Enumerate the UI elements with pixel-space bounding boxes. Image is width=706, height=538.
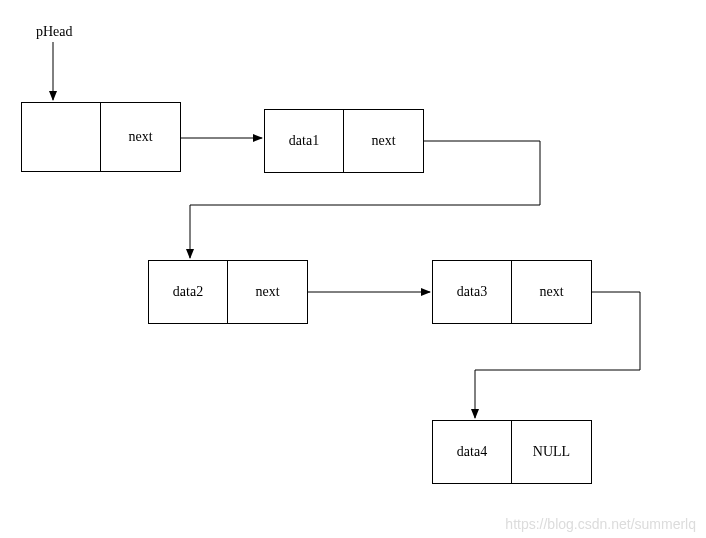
arrows-layer — [0, 0, 706, 538]
node-1-next: next — [344, 110, 423, 172]
head-pointer-label: pHead — [36, 24, 73, 40]
watermark-text: https://blog.csdn.net/summerlq — [505, 516, 696, 532]
node-1: data1 next — [264, 109, 424, 173]
node-3-next: next — [512, 261, 591, 323]
node-head: next — [21, 102, 181, 172]
node-4: data4 NULL — [432, 420, 592, 484]
node-2-data: data2 — [149, 261, 228, 323]
node-2-next: next — [228, 261, 307, 323]
node-3-data: data3 — [433, 261, 512, 323]
node-head-data — [22, 103, 101, 171]
node-4-data: data4 — [433, 421, 512, 483]
node-3: data3 next — [432, 260, 592, 324]
node-head-next: next — [101, 103, 180, 171]
node-4-next: NULL — [512, 421, 591, 483]
node-1-data: data1 — [265, 110, 344, 172]
node-2: data2 next — [148, 260, 308, 324]
